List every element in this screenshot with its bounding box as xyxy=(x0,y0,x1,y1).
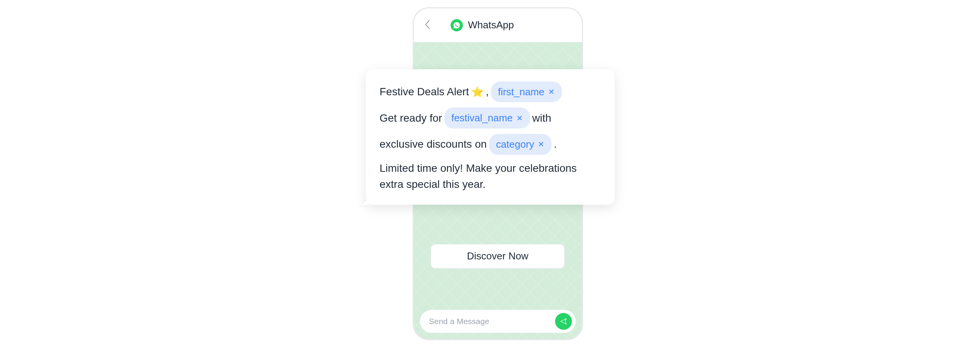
whatsapp-icon xyxy=(451,19,463,31)
chat-header: WhatsApp xyxy=(414,8,582,42)
message-template-bubble: Festive Deals Alert ⭐ , first_name ✕ Get… xyxy=(366,69,615,205)
message-line-2: Get ready for festival_name ✕ with xyxy=(380,108,601,129)
text-segment: . xyxy=(554,135,557,154)
send-button[interactable] xyxy=(555,313,572,330)
text-segment: Festive Deals Alert xyxy=(380,82,469,101)
text-segment: exclusive discounts on xyxy=(380,135,487,154)
variable-chip-category[interactable]: category ✕ xyxy=(489,134,552,155)
chip-label: first_name xyxy=(498,83,544,101)
variable-chip-festival-name[interactable]: festival_name ✕ xyxy=(444,108,530,129)
text-segment: Get ready for xyxy=(380,109,442,128)
close-icon[interactable]: ✕ xyxy=(516,111,523,125)
variable-chip-first-name[interactable]: first_name ✕ xyxy=(491,81,562,103)
text-segment: , xyxy=(486,82,489,101)
input-placeholder: Send a Message xyxy=(429,317,555,326)
text-segment: Limited time only! Make your celebration… xyxy=(380,162,577,190)
chip-label: category xyxy=(496,135,534,153)
message-line-4: Limited time only! Make your celebration… xyxy=(380,160,601,192)
chip-label: festival_name xyxy=(451,109,513,127)
message-line-1: Festive Deals Alert ⭐ , first_name ✕ xyxy=(380,81,601,103)
close-icon[interactable]: ✕ xyxy=(538,137,544,151)
message-input-bar[interactable]: Send a Message xyxy=(420,310,576,333)
text-segment: with xyxy=(532,109,551,128)
discover-now-button[interactable]: Discover Now xyxy=(431,244,565,269)
close-icon[interactable]: ✕ xyxy=(548,85,555,99)
app-title: WhatsApp xyxy=(468,19,514,31)
message-line-3: exclusive discounts on category ✕ . xyxy=(380,134,601,155)
back-icon[interactable] xyxy=(425,18,430,32)
cta-label: Discover Now xyxy=(467,250,528,262)
star-icon: ⭐ xyxy=(471,83,483,101)
send-icon xyxy=(560,318,567,325)
